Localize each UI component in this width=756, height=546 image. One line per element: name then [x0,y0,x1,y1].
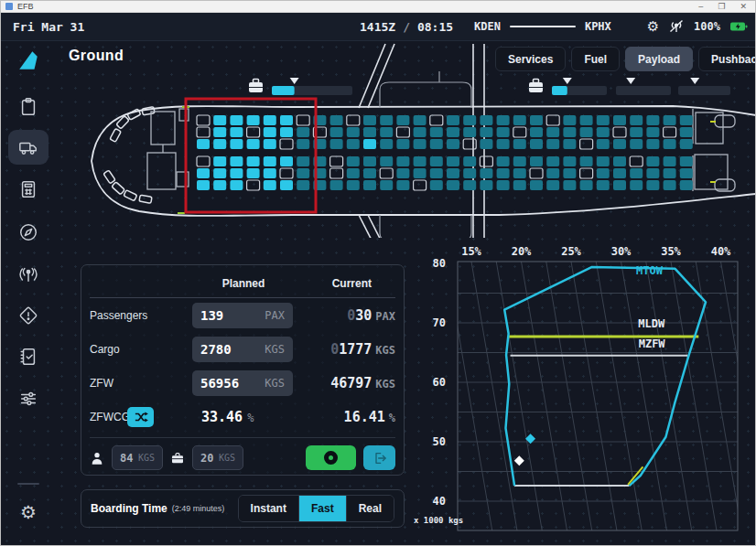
seat[interactable] [230,115,243,125]
seat[interactable] [563,115,576,125]
seat[interactable] [297,168,309,178]
seat[interactable] [213,156,226,166]
seat[interactable] [480,127,492,137]
seat[interactable] [430,139,443,149]
seat[interactable] [213,168,226,178]
seat[interactable] [463,127,476,137]
sidebar-item-atc[interactable] [18,264,38,284]
seat[interactable] [580,168,593,178]
seat[interactable] [330,127,343,137]
seat[interactable] [330,168,343,178]
seat[interactable] [630,180,643,190]
seat[interactable] [396,180,409,190]
start-boarding-button[interactable] [306,445,356,470]
seat[interactable] [197,127,210,137]
seat[interactable] [396,168,409,178]
sidebar-item-calculators[interactable] [18,179,38,199]
seat[interactable] [197,180,210,190]
seat[interactable] [347,156,360,166]
seat[interactable] [264,139,276,149]
seat[interactable] [463,156,476,166]
seat[interactable] [664,115,676,125]
seat[interactable] [630,156,643,166]
seat[interactable] [213,127,226,137]
sidebar-item-navigation[interactable] [18,222,38,242]
seat[interactable] [230,139,243,149]
seat[interactable] [264,127,276,137]
seat[interactable] [480,156,492,166]
seat[interactable] [414,139,427,149]
sidebar-item-dispatch[interactable] [18,97,38,117]
seat[interactable] [264,115,276,125]
seat[interactable] [297,139,309,149]
seat[interactable] [646,127,659,137]
cargo-bar-aft-baggage[interactable] [616,78,671,95]
seat[interactable] [664,180,676,190]
seat[interactable] [447,139,459,149]
seat[interactable] [664,168,676,178]
tab-pushback[interactable]: Pushback [698,47,756,71]
seat[interactable] [680,168,693,178]
sidebar-item-settings-sliders[interactable] [18,389,38,409]
seat[interactable] [630,168,643,178]
boarding-speed-instant[interactable]: Instant [239,496,299,521]
seat[interactable] [680,127,693,137]
seat[interactable] [197,168,210,178]
seat[interactable] [380,180,393,190]
per-bag-weight-input[interactable]: 20 KGS [192,445,243,470]
seat[interactable] [430,180,443,190]
cargo-bar-aft-container[interactable] [529,78,607,95]
close-button[interactable]: ✕ [740,2,747,11]
sidebar-item-checklists[interactable] [18,347,38,367]
seat[interactable] [497,180,510,190]
maximize-button[interactable]: ❐ [718,2,725,11]
seat[interactable] [363,156,376,166]
tab-payload[interactable]: Payload [625,47,693,71]
seat[interactable] [513,180,526,190]
seat[interactable] [513,115,526,125]
seat[interactable] [347,139,360,149]
seat[interactable] [580,156,593,166]
seat[interactable] [363,127,376,137]
minimize-button[interactable]: – [698,2,703,11]
seat[interactable] [247,115,260,125]
tab-services[interactable]: Services [495,47,566,71]
seat[interactable] [630,139,643,149]
seat[interactable] [280,156,293,166]
seat[interactable] [546,168,559,178]
seat[interactable] [213,139,226,149]
seat[interactable] [680,115,693,125]
seat[interactable] [297,156,309,166]
seat[interactable] [414,180,427,190]
seat[interactable] [447,156,459,166]
seat[interactable] [597,139,610,149]
seat[interactable] [513,168,526,178]
seat[interactable] [680,139,693,149]
seat[interactable] [430,168,443,178]
seat[interactable] [380,139,393,149]
seat[interactable] [347,115,360,125]
seat[interactable] [530,139,543,149]
seat[interactable] [247,139,260,149]
seat[interactable] [646,115,659,125]
boarding-speed-fast[interactable]: Fast [299,496,347,521]
seat[interactable] [280,168,293,178]
seat[interactable] [280,127,293,137]
seat[interactable] [463,139,476,149]
seat[interactable] [230,180,243,190]
seat[interactable] [646,139,659,149]
seat[interactable] [580,180,593,190]
seat[interactable] [580,115,593,125]
seat[interactable] [613,115,626,125]
seat[interactable] [546,156,559,166]
seat[interactable] [347,168,360,178]
seat[interactable] [414,168,427,178]
sidebar-settings-gear-icon[interactable]: ⚙ [20,501,37,523]
cargo-bar-fwd-baggage[interactable] [249,78,352,95]
settings-gear-icon[interactable]: ⚙ [647,17,659,36]
seat[interactable] [447,115,459,125]
seat[interactable] [546,127,559,137]
seat[interactable] [580,139,593,149]
seat[interactable] [646,156,659,166]
seat[interactable] [230,127,243,137]
